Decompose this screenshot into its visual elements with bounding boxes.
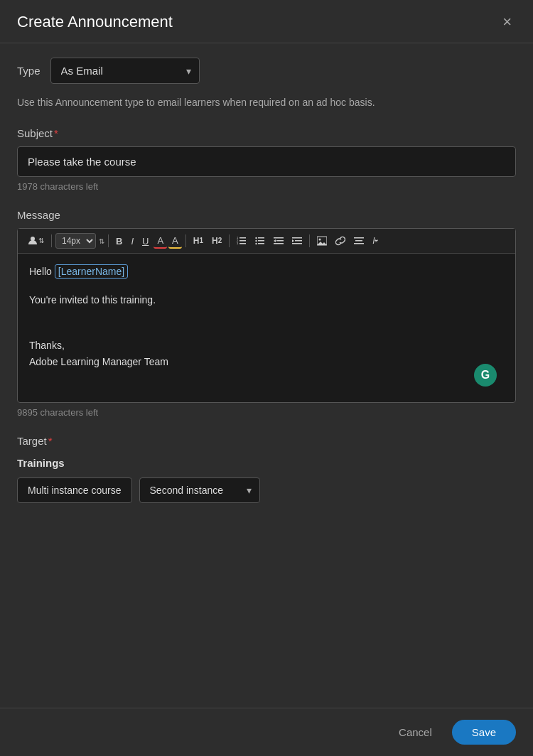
message-chars-left: 9895 characters left: [17, 407, 516, 418]
subject-chars-left: 1978 characters left: [17, 181, 516, 192]
instance-select[interactable]: Second instance First instance: [139, 477, 260, 503]
editor-content[interactable]: Hello [LearnerName] You're invited to th…: [18, 254, 515, 402]
subject-field: Subject* 1978 characters left: [17, 127, 516, 192]
align-btn[interactable]: [350, 234, 367, 248]
svg-marker-20: [292, 239, 294, 242]
modal-header: Create Announcement ×: [0, 0, 533, 43]
close-button[interactable]: ×: [498, 13, 516, 31]
type-select-wrapper: As Email On Login As Notification: [50, 58, 200, 84]
toolbar-divider-5: [309, 234, 310, 247]
editor-footer: G: [29, 371, 504, 392]
editor-line-sig1: Thanks,: [29, 338, 504, 355]
italic-btn[interactable]: I: [127, 234, 137, 248]
svg-marker-16: [274, 239, 276, 242]
svg-point-22: [319, 239, 321, 241]
target-label: Target*: [17, 435, 516, 447]
unordered-list-btn[interactable]: [252, 234, 269, 248]
svg-rect-26: [354, 243, 364, 244]
editor-line-sig2: Adobe Learning Manager Team: [29, 354, 504, 371]
svg-point-10: [256, 237, 257, 239]
svg-rect-2: [239, 240, 246, 242]
svg-rect-3: [239, 243, 246, 244]
svg-rect-8: [258, 240, 264, 242]
type-description: Use this Announcement type to email lear…: [17, 95, 516, 110]
font-size-select[interactable]: 14px10px12px16px18px24px: [55, 233, 96, 249]
message-field: Message ⇅ 14px10px12px16px18px24px ⇅ B: [17, 209, 516, 418]
type-row: Type As Email On Login As Notification: [17, 58, 516, 84]
course-tag: Multi instance course: [17, 477, 132, 503]
link-btn[interactable]: [332, 234, 349, 248]
message-label: Message: [17, 209, 516, 221]
svg-point-12: [256, 243, 257, 244]
editor-container: ⇅ 14px10px12px16px18px24px ⇅ B I U A A H…: [17, 228, 516, 403]
modal-footer: Cancel Save: [0, 708, 533, 756]
svg-point-11: [256, 240, 257, 242]
h2-btn[interactable]: H2: [208, 234, 225, 247]
text-color-btn[interactable]: A: [154, 234, 167, 249]
svg-text:3: 3: [237, 242, 239, 245]
svg-rect-13: [274, 237, 284, 239]
editor-line-invite: You're invited to this training.: [29, 292, 504, 309]
target-section: Target* Trainings Multi instance course …: [17, 435, 516, 503]
svg-rect-17: [292, 237, 302, 239]
subject-input[interactable]: [17, 146, 516, 177]
trainings-label: Trainings: [17, 457, 516, 469]
trainings-row: Multi instance course Second instance Fi…: [17, 477, 516, 503]
svg-rect-19: [292, 243, 302, 244]
editor-toolbar: ⇅ 14px10px12px16px18px24px ⇅ B I U A A H…: [18, 229, 515, 254]
toolbar-divider-4: [229, 234, 230, 247]
subject-label: Subject*: [17, 127, 516, 139]
svg-rect-25: [355, 240, 362, 242]
svg-rect-18: [295, 240, 302, 242]
clear-format-btn[interactable]: Ix: [369, 234, 381, 247]
type-label: Type: [17, 65, 41, 77]
indent-btn[interactable]: [289, 234, 306, 248]
highlight-btn[interactable]: A: [168, 234, 182, 249]
svg-rect-7: [258, 237, 264, 239]
svg-rect-24: [354, 237, 364, 239]
toolbar-divider-1: [51, 234, 52, 247]
bold-btn[interactable]: B: [112, 234, 126, 248]
outdent-btn[interactable]: [270, 234, 287, 248]
learner-name-tag: [LearnerName]: [55, 264, 128, 279]
image-btn[interactable]: [313, 234, 330, 248]
cancel-button[interactable]: Cancel: [387, 720, 443, 744]
grammarly-button[interactable]: G: [474, 364, 497, 387]
modal-title: Create Announcement: [17, 13, 173, 31]
editor-line-hello: Hello [LearnerName]: [29, 264, 504, 281]
svg-rect-14: [276, 240, 284, 242]
toolbar-divider-2: [108, 234, 109, 247]
svg-rect-15: [274, 243, 284, 244]
type-select[interactable]: As Email On Login As Notification: [50, 58, 200, 84]
svg-rect-1: [239, 237, 246, 239]
person-icon-btn[interactable]: ⇅: [23, 233, 48, 249]
svg-rect-9: [258, 243, 264, 244]
h1-btn[interactable]: H1: [190, 234, 207, 247]
save-button[interactable]: Save: [452, 720, 516, 745]
create-announcement-modal: Create Announcement × Type As Email On L…: [0, 0, 533, 756]
subject-required-star: *: [54, 127, 58, 139]
target-required-star: *: [48, 435, 53, 447]
toolbar-divider-3: [185, 234, 186, 247]
modal-body: Type As Email On Login As Notification U…: [0, 43, 533, 520]
ordered-list-btn[interactable]: 123: [233, 234, 250, 248]
svg-marker-23: [317, 242, 327, 245]
underline-btn[interactable]: U: [139, 234, 152, 248]
instance-select-wrapper: Second instance First instance: [139, 477, 260, 503]
